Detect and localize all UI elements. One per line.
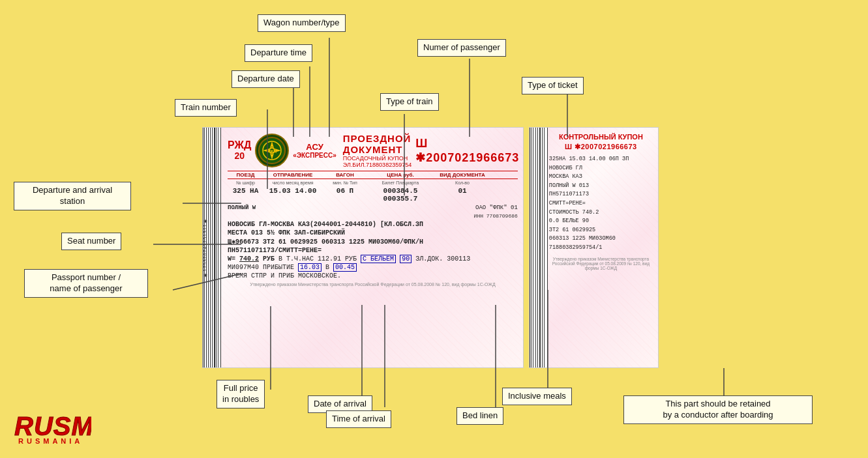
annotation-time-arrival: Time of arrival [326, 410, 391, 428]
annotation-inclusive-meals: Inclusive meals [502, 388, 572, 405]
annotation-bed-linen: Bed linen [456, 407, 503, 425]
annotation-passport: Passport number /name of passenger [24, 269, 148, 298]
ticket-wrapper: ✱175320743251311✱ РЖД 20 [202, 127, 659, 375]
barcode-left: ✱175320743251311✱ [203, 128, 221, 367]
ticket-control: КОНТРОЛЬНЫЙ КУПОН Ш ✱2007021966673 325НА… [529, 127, 659, 368]
annotation-type-train: Type of train [380, 93, 439, 111]
annotation-seat-number: Seat number [61, 233, 121, 250]
svg-text:РЖД: РЖД [268, 149, 277, 153]
rusmania-subtext: RUSMANIA [18, 437, 83, 445]
rzd-label: РЖД [228, 140, 251, 150]
seat-line: МЕСТА 013 5½ ФПК ЗАП-СИБИРСКИЙ [228, 229, 518, 236]
company: ОАО "ФПК" 01 [475, 205, 518, 211]
col-vid: ВИД ДОКУМЕНТА [433, 172, 492, 178]
time-note: ВРЕМЯ СТПР И ПРИБ МОСКОВСКОЕ. [228, 272, 518, 279]
passenger-line: Щ✱966673 ЗТ2 61 0629925 060313 1225 МИ03… [228, 238, 518, 246]
ticket-content: РЖД 20 РЖД [228, 133, 518, 287]
annotation-departure-date: Departure date [232, 70, 300, 88]
barcode-left-control [530, 128, 548, 367]
price-line: W= 740.2 РУБ В Т.Ч.НАС 112.91 РУБ С БЕЛЬ… [228, 255, 518, 263]
annotation-departure-arrival: Departure and arrivalstation [14, 182, 131, 210]
document-title: ДОКУМЕНТ [343, 144, 403, 155]
annotation-numer-passenger: Numer of passenger [417, 39, 506, 57]
ticket-number-main: Ш ✱2007021966673 [415, 137, 519, 165]
rusmania-svg-logo: RUSMANIA [13, 405, 91, 441]
data-row: 325 НА 15.03 14.00 06 П 000384.5 000355.… [228, 187, 518, 203]
inn: ИНН 7708709686 [228, 213, 518, 219]
annotation-full-price: Full pricein roubles [217, 380, 265, 408]
control-footer: Утверждено приказом Министерства транспо… [549, 257, 653, 270]
proeznoy-title: ПРОЕЗДНОЙ [343, 133, 412, 144]
ticket-main: ✱175320743251311✱ РЖД 20 [202, 127, 524, 368]
rzd-logo: РЖД 20 [228, 140, 251, 161]
doc-company-row: ПОЛНЫЙ W ОАО "ФПК" 01 [228, 205, 518, 211]
rusmania-logo: RUSMANIA RUSMANIA [13, 405, 91, 445]
arrival-line: МИ097М40 ПРИБЫТИЕ 16.03 В 00.45 [228, 264, 518, 271]
control-header: КОНТРОЛЬНЫЙ КУПОН [549, 133, 653, 141]
asy-block: АСУ «ЭКСПРЕСС» [293, 142, 336, 159]
control-lines: 325НА 15.03 14.00 06П ЗП НОВОСИБ ГЛ МОСК… [549, 155, 653, 253]
ticket-header: РЖД 20 РЖД [228, 133, 518, 168]
rzd-emblem: РЖД [255, 134, 289, 167]
annotation-wagon-number: Wagon number/type [258, 14, 346, 32]
col-cena: ЦЕНА руб. [368, 172, 433, 178]
footer-note: Утверждено приказом Министерства транспо… [228, 282, 518, 287]
control-number: Ш ✱2007021966673 [549, 143, 653, 151]
doc-type: ПОЛНЫЙ W [228, 205, 256, 211]
annotation-train-number: Train number [175, 99, 237, 117]
annotation-conductor-retain: This part should be retainedby a conduct… [623, 395, 813, 424]
svg-text:RUSMANIA: RUSMANIA [14, 412, 91, 440]
rzd-number: 20 [234, 150, 245, 161]
col-otpravlenie: ОТПРАВЛЕНИЕ [263, 172, 322, 178]
annotation-type-ticket: Type of ticket [522, 77, 584, 94]
annotation-departure-time: Departure time [245, 44, 312, 62]
station-line: НОВОСИБ ГЛ-МОСКВА КАЗ(2044001-2044810) [… [228, 221, 518, 228]
col-subheaders: № шифр число месяц время мин. № Тип Биле… [228, 180, 518, 185]
barcode-text: ✱175320743251311✱ [203, 218, 208, 277]
col-poezd: ПОЕЗД [228, 172, 263, 178]
posadochny-label: ПОСАДОЧНЫЙ КУПОН ЭЛ.БИЛ.71880382359754 [343, 155, 412, 168]
passport-line: ПН5711071173/СМИТТ=РЕНЕ= [228, 247, 518, 254]
col-vagon: ВАГОН [322, 172, 368, 178]
col-headers: ПОЕЗД ОТПРАВЛЕНИЕ ВАГОН ЦЕНА руб. ВИД ДО… [228, 171, 518, 179]
proeznoy-block: ПРОЕЗДНОЙ ДОКУМЕНТ ПОСАДОЧНЫЙ КУПОН ЭЛ.Б… [343, 133, 412, 168]
